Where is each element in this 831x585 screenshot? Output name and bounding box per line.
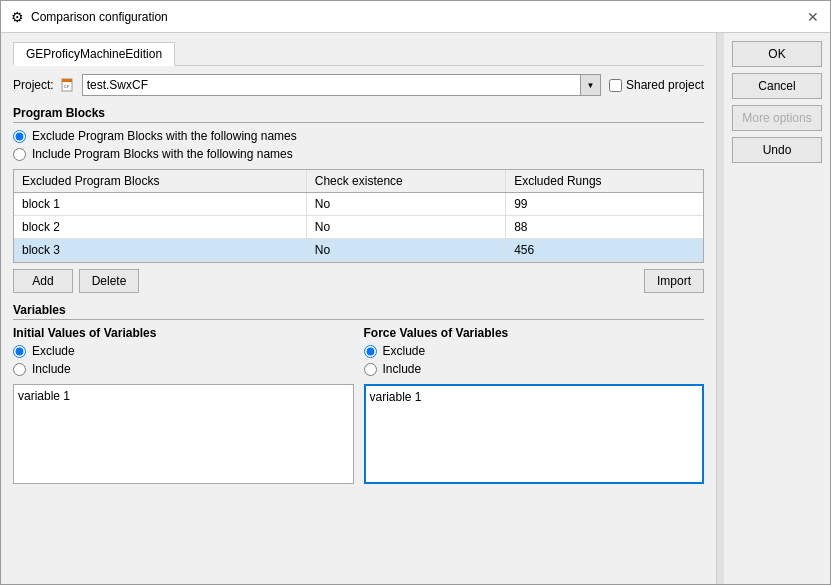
force-exclude-radio[interactable] <box>364 345 377 358</box>
force-values-title: Force Values of Variables <box>364 326 705 340</box>
tab-geproficy[interactable]: GEProficyMachineEdition <box>13 42 175 66</box>
initial-values-radio-group: Exclude Include <box>13 344 354 376</box>
project-label: Project: <box>13 78 54 92</box>
force-include-radio[interactable] <box>364 363 377 376</box>
program-blocks-table-wrapper: Excluded Program Blocks Check existence … <box>13 169 704 263</box>
variables-panels: Initial Values of Variables Exclude Incl… <box>13 326 704 484</box>
force-include-label[interactable]: Include <box>364 362 705 376</box>
table-buttons-left: Add Delete <box>13 269 139 293</box>
initial-values-title: Initial Values of Variables <box>13 326 354 340</box>
program-blocks-title: Program Blocks <box>13 106 704 123</box>
content-area: GEProficyMachineEdition Project: CF ▼ <box>1 33 830 584</box>
sidebar-buttons: OK Cancel More options Undo <box>724 33 830 584</box>
cancel-button[interactable]: Cancel <box>732 73 822 99</box>
shared-project-checkbox-label[interactable]: Shared project <box>609 78 704 92</box>
initial-include-radio[interactable] <box>13 363 26 376</box>
cell-check-existence: No <box>306 193 505 216</box>
import-button[interactable]: Import <box>644 269 704 293</box>
initial-exclude-radio[interactable] <box>13 345 26 358</box>
initial-values-panel: Initial Values of Variables Exclude Incl… <box>13 326 354 484</box>
project-row: Project: CF ▼ Shared project <box>13 74 704 96</box>
force-exclude-label[interactable]: Exclude <box>364 344 705 358</box>
exclude-radio-label[interactable]: Exclude Program Blocks with the followin… <box>13 129 704 143</box>
table-row[interactable]: block 2 No 88 <box>14 216 703 239</box>
more-options-button[interactable]: More options <box>732 105 822 131</box>
right-area: OK Cancel More options Undo <box>716 33 830 584</box>
initial-exclude-text: Exclude <box>32 344 75 358</box>
force-include-text: Include <box>383 362 422 376</box>
force-values-panel: Force Values of Variables Exclude Includ… <box>364 326 705 484</box>
cell-block-name: block 3 <box>14 239 306 262</box>
initial-include-text: Include <box>32 362 71 376</box>
program-blocks-table: Excluded Program Blocks Check existence … <box>14 170 703 262</box>
exclude-radio[interactable] <box>13 130 26 143</box>
force-values-radio-group: Exclude Include <box>364 344 705 376</box>
initial-include-label[interactable]: Include <box>13 362 354 376</box>
ok-button[interactable]: OK <box>732 41 822 67</box>
initial-exclude-label[interactable]: Exclude <box>13 344 354 358</box>
force-exclude-text: Exclude <box>383 344 426 358</box>
tab-bar: GEProficyMachineEdition <box>13 41 704 66</box>
project-file-icon: CF <box>60 76 78 94</box>
close-button[interactable]: ✕ <box>804 8 822 26</box>
variables-section: Variables Initial Values of Variables Ex… <box>13 303 704 484</box>
program-blocks-section: Program Blocks Exclude Program Blocks wi… <box>13 106 704 293</box>
col-header-excluded-rungs: Excluded Rungs <box>506 170 703 193</box>
force-values-textarea[interactable]: variable 1 <box>364 384 705 484</box>
cell-excluded-rungs: 456 <box>506 239 703 262</box>
add-button[interactable]: Add <box>13 269 73 293</box>
col-header-excluded-blocks: Excluded Program Blocks <box>14 170 306 193</box>
program-blocks-radio-group: Exclude Program Blocks with the followin… <box>13 129 704 161</box>
svg-rect-1 <box>62 79 72 82</box>
scroll-stub[interactable] <box>716 33 724 584</box>
cell-check-existence: No <box>306 239 505 262</box>
table-row[interactable]: block 1 No 99 <box>14 193 703 216</box>
svg-text:CF: CF <box>64 84 70 89</box>
cell-block-name: block 1 <box>14 193 306 216</box>
cell-excluded-rungs: 99 <box>506 193 703 216</box>
shared-project-label: Shared project <box>626 78 704 92</box>
undo-button[interactable]: Undo <box>732 137 822 163</box>
table-row-selected[interactable]: block 3 No 456 <box>14 239 703 262</box>
project-input[interactable] <box>82 74 581 96</box>
table-buttons: Add Delete Import <box>13 269 704 293</box>
main-panel: GEProficyMachineEdition Project: CF ▼ <box>1 33 716 584</box>
include-radio-text: Include Program Blocks with the followin… <box>32 147 293 161</box>
variables-title: Variables <box>13 303 704 320</box>
dialog-icon: ⚙ <box>9 9 25 25</box>
exclude-radio-text: Exclude Program Blocks with the followin… <box>32 129 297 143</box>
project-select-wrapper: CF ▼ <box>60 74 601 96</box>
initial-values-textarea[interactable]: variable 1 <box>13 384 354 484</box>
project-dropdown-arrow[interactable]: ▼ <box>581 74 601 96</box>
delete-button[interactable]: Delete <box>79 269 139 293</box>
shared-project-checkbox[interactable] <box>609 79 622 92</box>
cell-block-name: block 2 <box>14 216 306 239</box>
title-bar: ⚙ Comparison configuration ✕ <box>1 1 830 33</box>
cell-excluded-rungs: 88 <box>506 216 703 239</box>
dialog-title: Comparison configuration <box>31 10 804 24</box>
comparison-dialog: ⚙ Comparison configuration ✕ GEProficyMa… <box>0 0 831 585</box>
include-radio[interactable] <box>13 148 26 161</box>
cell-check-existence: No <box>306 216 505 239</box>
col-header-check-existence: Check existence <box>306 170 505 193</box>
include-radio-label[interactable]: Include Program Blocks with the followin… <box>13 147 704 161</box>
